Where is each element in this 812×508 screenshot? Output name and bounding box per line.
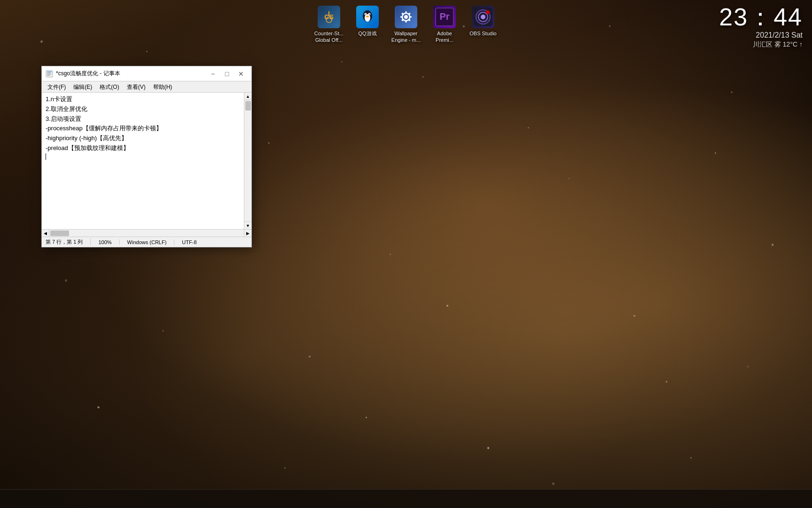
clock-date: 2021/2/13 Sat [719,31,803,40]
status-position: 第 7 行，第 1 列 [46,238,91,246]
svg-point-14 [404,15,408,19]
menu-view[interactable]: 查看(V) [123,82,149,91]
menu-help[interactable]: 帮助(H) [149,82,176,91]
text-line-5: -highpriority (-high)【高优先】 [46,134,234,143]
notepad-maximize-button[interactable]: □ [220,69,234,79]
notepad-titlebar: *csgo流畅度优化 - 记事本 − □ ✕ [42,66,251,81]
menu-edit[interactable]: 编辑(E) [70,82,96,91]
svg-point-9 [366,14,367,15]
menu-file[interactable]: 文件(F) [44,82,70,91]
svg-rect-35 [47,75,50,76]
clock-time: 23：44 [719,5,803,29]
scroll-down-button[interactable]: ▼ [244,222,251,229]
premiere-icon-img: Pr [433,6,456,28]
notepad-content-area: ▲ 1.n卡设置2.取消全屏优化3.启动项设置-processheap【缓解内存… [42,93,251,229]
text-line-4: -processheap【缓解内存占用带来的卡顿】 [46,124,234,134]
status-encoding: UTF-8 [174,239,204,245]
svg-point-29 [481,15,485,19]
qq-icon-img [356,6,379,28]
scroll-left-button[interactable]: ◀ [42,230,49,237]
wallpaper-icon-img [395,6,417,28]
svg-rect-16 [406,21,407,23]
obs-icon-img [472,6,494,28]
desktop-icon-wallpaper[interactable]: WallpaperEngine - m... [389,4,423,46]
notepad-window: *csgo流畅度优化 - 记事本 − □ ✕ 文件(F) 编辑(E) 格式(O)… [41,66,252,247]
notepad-close-button[interactable]: ✕ [234,69,248,79]
text-line-6: -preload【预加载纹理和建模】 [46,143,234,153]
svg-rect-15 [406,11,407,13]
notepad-text-content[interactable]: 1.n卡设置2.取消全屏优化3.启动项设置-processheap【缓解内存占用… [42,93,244,229]
csgo-icon-label: Counter-St...Global Off... [314,30,344,44]
desktop-icon-csgo[interactable]: CS Counter-St...Global Off... [312,4,346,46]
qq-icon-label: QQ游戏 [358,30,376,37]
csgo-icon-img: CS [318,6,340,28]
text-line-3: 3.启动项设置 [46,114,234,124]
svg-rect-34 [47,74,51,74]
taskbar [0,489,812,508]
svg-point-10 [369,14,370,15]
clock-weather: 川汇区 雾 12°C ↑ [719,40,803,49]
notepad-title-text: *csgo流畅度优化 - 记事本 [56,70,120,78]
scroll-up-button[interactable]: ▲ [244,93,251,100]
svg-rect-32 [47,71,52,72]
notepad-controls: − □ ✕ [206,69,248,79]
svg-rect-17 [400,16,402,18]
scroll-right-button[interactable]: ▶ [244,230,251,237]
premiere-icon-label: AdobePremi... [436,30,453,44]
text-line-1: 1.n卡设置 [46,95,234,104]
svg-point-30 [486,10,490,14]
horizontal-scrollbar[interactable]: ◀ ▶ [42,229,251,237]
text-line-7 [46,153,234,160]
notepad-title-left: *csgo流畅度优化 - 记事本 [46,70,120,78]
status-line-ending: Windows (CRLF) [120,239,175,245]
notepad-app-icon [46,70,53,78]
clock-widget: 23：44 2021/2/13 Sat 川汇区 雾 12°C ↑ [719,5,803,49]
svg-point-11 [366,16,369,17]
svg-rect-18 [410,16,412,18]
obs-icon-label: OBS Studio [469,30,496,37]
text-line-2: 2.取消全屏优化 [46,104,234,114]
menu-format[interactable]: 格式(O) [96,82,123,91]
notepad-menubar: 文件(F) 编辑(E) 格式(O) 查看(V) 帮助(H) [42,81,251,93]
notepad-minimize-button[interactable]: − [206,69,219,79]
wallpaper-icon-label: WallpaperEngine - m... [391,30,421,44]
desktop-icon-obs[interactable]: OBS Studio [466,4,500,46]
desktop-icon-premiere[interactable]: Pr AdobePremi... [428,4,461,46]
vertical-scrollbar[interactable] [244,93,251,229]
hscroll-thumb[interactable] [50,230,69,236]
scroll-thumb[interactable] [245,101,251,111]
svg-text:Pr: Pr [439,11,449,22]
desktop-icon-qq[interactable]: QQ游戏 [351,4,384,46]
svg-rect-33 [47,73,51,73]
desktop-icon-row: CS Counter-St...Global Off... [307,0,505,49]
text-cursor [46,153,46,160]
status-zoom: 100% [91,239,119,245]
notepad-statusbar: 第 7 行，第 1 列 100% Windows (CRLF) UTF-8 [42,237,251,247]
hscroll-track [49,230,244,237]
